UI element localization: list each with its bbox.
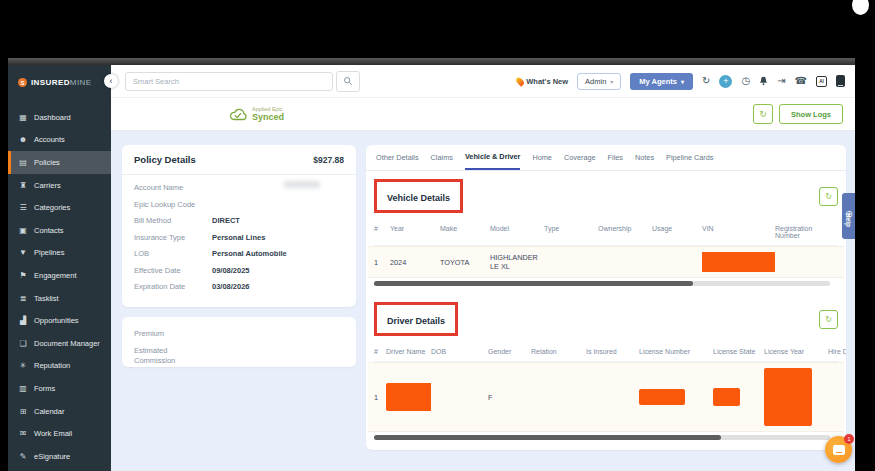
sidebar-item[interactable]: ✎ eSignature [8,445,111,468]
tab[interactable]: Other Details [376,145,419,170]
sidebar-item[interactable]: ▥ Forms [8,377,111,400]
policy-field-row: LOB Personal Automobile [134,249,344,260]
chat-button[interactable]: 1 [825,436,852,463]
sidebar-item-label: Contacts [34,226,64,235]
chevron-down-icon: ▾ [681,78,684,85]
show-logs-button[interactable]: Show Logs [779,104,843,124]
sidebar-item[interactable]: ☰ Categories [8,196,111,219]
sidebar-collapse-button[interactable]: ‹ [104,74,118,88]
vehicle-details-title: Vehicle Details [387,193,450,203]
search-button[interactable] [336,71,360,92]
sidebar-item[interactable]: ▤ Policies [8,151,111,174]
tab[interactable]: Claims [431,145,453,170]
brand-name: INSUREDMINE [31,78,91,87]
driver-table-header: #Driver NameDOBGenderRelationIs InsuredL… [374,343,838,362]
tab[interactable]: Home [532,145,551,170]
tab[interactable]: Files [608,145,623,170]
sidebar-item-label: Dashboard [34,113,71,122]
brand: S INSUREDMINE [8,65,111,97]
field-value: Personal Automobile [212,249,287,260]
admin-dropdown-value: Admin [585,77,606,86]
tab[interactable]: Coverage [564,145,596,170]
cloud-check-icon [229,107,248,122]
search [125,71,360,92]
premium-field-row: Premium [134,329,344,340]
field-label: Bill Method [134,216,204,227]
sidebar-item-label: Document Manager [34,339,100,348]
field-value: 09/08/2025 [212,266,250,277]
policy-field-row: Epic Lookup Code [134,200,344,211]
cell-gender: F [488,393,531,402]
whats-new-link[interactable]: What's New [517,77,568,86]
flame-icon [515,76,526,87]
column-header: Ownership [598,225,652,239]
sidebar-item[interactable]: ✳ Reputation [8,355,111,378]
tab[interactable]: Pipeline Cards [666,145,713,170]
sidebar-item[interactable]: ♜ Carriers [8,174,111,197]
logout-icon[interactable]: ⇥ [777,76,785,86]
vehicle-scrollbar-thumb[interactable] [374,281,693,286]
cell-license-number [639,389,713,405]
app-window: S INSUREDMINE ▦ Dashboard ☻ Accounts ▤ P… [8,58,855,471]
column-header: Gender [488,348,531,355]
notifications-bell-icon[interactable] [759,76,768,86]
sidebar-item-label: Work Email [34,429,72,438]
column-header: # [374,225,390,239]
redacted-account-name [284,181,320,188]
field-label: Epic Lookup Code [134,200,204,211]
column-header: Type [544,225,598,239]
driver-details-section: Driver Details ↻ #Driver NameDOBGenderRe… [366,294,846,440]
column-header: Make [440,225,490,239]
field-label: Expiration Date [134,282,204,293]
whats-new-label: What's New [526,77,568,86]
tab[interactable]: Notes [635,145,654,170]
sidebar-item-icon: ☻ [18,135,28,144]
vehicle-details-section: Vehicle Details ↻ #YearMakeModelTypeOwne… [366,171,846,286]
refresh-logs-button[interactable]: ↻ [753,104,773,124]
policy-field-row: Effective Date 09/08/2025 [134,266,344,277]
search-input[interactable] [125,72,333,91]
help-tab[interactable]: ⓘ Help [842,193,855,239]
sidebar-item-label: Opportunities [34,316,79,325]
policy-field-row: Bill Method DIRECT [134,216,344,227]
ai-assistant-icon[interactable]: AI [816,76,827,87]
device-icon[interactable] [836,75,845,87]
driver-details-title: Driver Details [387,316,445,326]
column-header: Usage [652,225,702,239]
sidebar-item-label: Tasklist [34,294,59,303]
driver-refresh-button[interactable]: ↻ [819,310,838,329]
history-clock-icon[interactable]: ◷ [741,76,750,86]
admin-dropdown[interactable]: Admin ▾ [577,73,621,90]
premium-field-row: Estimated Commission [134,346,344,367]
driver-scrollbar-thumb[interactable] [374,435,721,440]
sidebar-item[interactable]: ☻ Accounts [8,129,111,152]
field-label: Premium [134,329,204,340]
sidebar-item[interactable]: ▣ Contacts [8,219,111,242]
phone-icon[interactable]: ☎ [795,76,807,86]
driver-table-row: 1 F [368,362,844,432]
cell-model: HIGHLANDER LE XL [490,253,544,271]
redacted-driver-name [386,383,431,411]
sidebar-item[interactable]: ≣ Tasklist [8,287,111,310]
sidebar-item[interactable]: ❏ Document Manager [8,332,111,355]
sidebar-item-label: Policies [34,158,60,167]
sidebar-item[interactable]: ▦ Dashboard [8,106,111,129]
redacted-license-year [764,368,812,426]
my-agents-button[interactable]: My Agents ▾ [630,73,693,90]
sidebar-item-icon: ✳ [18,361,28,370]
redacted-license-number [639,389,685,405]
sidebar-item-icon: ⚑ [18,271,28,280]
column-header: DOB [431,348,488,355]
sidebar-item[interactable]: ⚑ Engagement [8,264,111,287]
vehicle-refresh-button[interactable]: ↻ [819,187,838,206]
sidebar: S INSUREDMINE ▦ Dashboard ☻ Accounts ▤ P… [8,65,111,471]
sync-refresh-icon[interactable]: ↻ [702,76,710,86]
sidebar-item[interactable]: ▟ Opportunities [8,309,111,332]
cell-num: 1 [374,258,390,267]
driver-scrollbar-track [374,435,830,440]
add-new-icon[interactable]: + [719,75,732,88]
sidebar-item[interactable]: ▼ Pipelines [8,242,111,265]
sidebar-item[interactable]: ⊞ Calendar [8,400,111,423]
sidebar-item[interactable]: ✉ Work Email [8,422,111,445]
tab[interactable]: Vehicle & Driver [465,145,521,170]
